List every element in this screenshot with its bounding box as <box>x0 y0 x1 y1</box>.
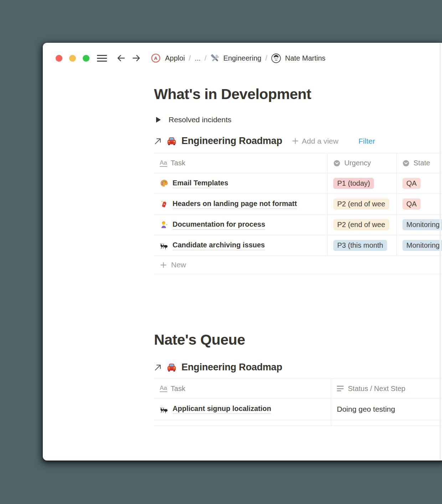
task-cell[interactable]: Documentation for process <box>154 215 327 235</box>
table-row: Documentation for process P2 (end of wee… <box>154 215 442 235</box>
filter-button[interactable]: Filter <box>358 137 375 145</box>
open-link-arrow-icon <box>154 364 161 371</box>
table-header-row: Aa Task Status / Next Step <box>154 379 442 399</box>
database-title-link[interactable]: Engineering Roadmap <box>181 135 282 146</box>
clipped-table-row <box>154 420 442 426</box>
back-arrow-icon[interactable] <box>116 53 125 63</box>
forward-arrow-icon[interactable] <box>132 53 141 63</box>
column-header-state[interactable]: State <box>396 153 442 173</box>
table-header-row: Aa Task Urgency State <box>154 153 442 173</box>
task-cell[interactable]: Applicant signup localization <box>154 399 331 420</box>
add-view-label: Add a view <box>302 137 339 145</box>
state-tag[interactable]: Monitoring <box>402 240 442 251</box>
state-tag[interactable]: Monitoring <box>402 219 442 230</box>
status-cell <box>331 420 442 426</box>
firecracker-emoji <box>160 200 169 209</box>
linked-database-header: Engineering Roadmap Add a view Filter <box>154 135 442 146</box>
table-row: Applicant signup localization Doing geo … <box>154 399 442 420</box>
red-car-emoji <box>166 135 177 146</box>
breadcrumb-workspace[interactable]: Apploi <box>165 54 185 62</box>
open-link-arrow-icon <box>154 137 161 145</box>
urgency-cell[interactable]: P2 (end of wee <box>327 194 396 214</box>
task-cell <box>154 420 331 426</box>
task-page-link[interactable]: Candidate archiving issues <box>173 241 265 250</box>
linked-database-header: Engineering Roadmap <box>154 362 442 373</box>
table-row: Email Templates P1 (today) QA <box>154 173 442 194</box>
column-label: State <box>413 159 430 167</box>
plus-icon <box>160 262 167 268</box>
state-tag[interactable]: QA <box>402 199 421 210</box>
page-title: What's in Development <box>154 85 442 104</box>
person-tipping-hand-emoji <box>160 220 169 229</box>
breadcrumb-separator: / <box>205 54 207 62</box>
task-page-link[interactable]: Headers on landing page not formatt <box>173 200 297 209</box>
column-header-urgency[interactable]: Urgency <box>327 153 396 173</box>
table-row: Candidate archiving issues P3 (this mont… <box>154 235 442 256</box>
status-cell[interactable]: Doing geo testing <box>331 399 442 420</box>
urgency-tag[interactable]: P3 (this month <box>333 240 387 251</box>
breadcrumb-separator: / <box>265 54 267 62</box>
text-property-icon <box>337 386 344 391</box>
state-cell[interactable]: QA <box>396 173 442 194</box>
column-label: Status / Next Step <box>348 385 405 393</box>
title-property-icon: Aa <box>160 385 167 392</box>
urgency-cell[interactable]: P2 (end of wee <box>327 215 396 235</box>
breadcrumb-parent-page[interactable]: Engineering <box>223 54 261 62</box>
new-row-button[interactable]: New <box>154 256 442 274</box>
hammer-wrench-icon <box>210 53 220 63</box>
urgency-tag[interactable]: P1 (today) <box>333 178 374 189</box>
toggle-resolved-incidents[interactable]: Resolved incidents <box>154 115 442 124</box>
task-page-link[interactable]: Applicant signup localization <box>173 405 271 414</box>
toggle-label: Resolved incidents <box>169 115 231 124</box>
database-title-link[interactable]: Engineering Roadmap <box>181 362 282 373</box>
column-label: Task <box>171 385 185 393</box>
traffic-zoom-button[interactable] <box>83 55 89 62</box>
task-cell[interactable]: Headers on landing page not formatt <box>154 194 327 214</box>
ant-emoji <box>160 241 169 250</box>
state-cell[interactable]: Monitoring <box>396 235 442 256</box>
queue-table: Aa Task Status / Next Step Applicant sig… <box>154 379 442 426</box>
task-page-link[interactable]: Documentation for process <box>173 220 265 230</box>
urgency-tag[interactable]: P2 (end of wee <box>333 199 389 210</box>
breadcrumb-current-page[interactable]: Nate Martins <box>285 54 325 62</box>
toggle-triangle-icon[interactable] <box>156 117 161 123</box>
new-row-label: New <box>171 261 186 269</box>
title-property-icon: Aa <box>160 160 167 167</box>
column-label: Urgency <box>344 159 371 167</box>
state-tag[interactable]: QA <box>402 178 421 189</box>
ant-emoji <box>160 405 169 414</box>
select-property-icon <box>333 160 340 167</box>
section-title-nates-queue: Nate's Queue <box>154 330 442 349</box>
status-value: Doing geo testing <box>337 405 395 413</box>
select-property-icon <box>402 160 410 167</box>
urgency-cell[interactable]: P1 (today) <box>327 173 396 194</box>
traffic-minimize-button[interactable] <box>69 55 76 62</box>
column-label: Task <box>171 159 185 167</box>
state-cell[interactable]: Monitoring <box>396 215 442 235</box>
state-cell[interactable]: QA <box>396 194 442 214</box>
urgency-tag[interactable]: P2 (end of wee <box>333 219 389 230</box>
urgency-cell[interactable]: P3 (this month <box>327 235 396 256</box>
breadcrumb-ellipsis[interactable]: ... <box>195 54 201 62</box>
column-header-status[interactable]: Status / Next Step <box>331 379 442 398</box>
traffic-close-button[interactable] <box>56 55 62 62</box>
titlebar: Apploi / ... / Engineering / Nate Martin… <box>43 43 442 63</box>
app-window: Apploi / ... / Engineering / Nate Martin… <box>43 43 442 461</box>
breadcrumb-separator: / <box>189 54 191 62</box>
apploi-logo-icon <box>151 53 160 63</box>
nate-avatar-icon <box>271 53 281 63</box>
palette-emoji <box>160 179 169 188</box>
column-header-task[interactable]: Aa Task <box>154 153 327 173</box>
column-header-task[interactable]: Aa Task <box>154 379 331 398</box>
roadmap-table: Aa Task Urgency State Email Templates <box>154 153 442 274</box>
table-row: Headers on landing page not formatt P2 (… <box>154 194 442 215</box>
red-car-emoji <box>166 362 177 373</box>
sidebar-menu-icon[interactable] <box>97 55 107 62</box>
plus-icon <box>292 138 299 144</box>
task-cell[interactable]: Email Templates <box>154 173 327 194</box>
add-view-button[interactable]: Add a view <box>292 137 339 145</box>
task-page-link[interactable]: Email Templates <box>173 179 228 188</box>
task-cell[interactable]: Candidate archiving issues <box>154 235 327 256</box>
